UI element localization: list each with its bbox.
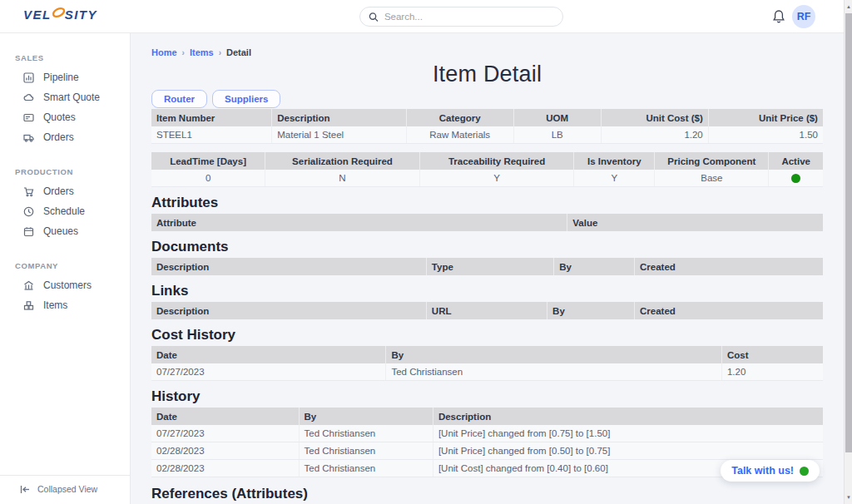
table-row: 07/27/2023Ted Christiansen[Unit Price] c… [151,425,823,442]
sidebar-item-queues[interactable]: Queues [0,221,130,241]
column-header: Category [407,109,514,126]
global-search[interactable] [359,7,563,27]
top-bar: VELSITY RF [0,0,844,33]
sidebar-item-quotes[interactable]: Quotes [0,107,130,127]
main-content: Home › Items › Detail Item Detail Router… [131,33,844,504]
sidebar-item-production-orders[interactable]: Orders [0,181,130,201]
scroll-down-arrow[interactable]: ▼ [845,492,852,502]
logo-text-left: VEL [23,7,52,22]
column-header: Type [427,258,554,275]
column-header: Value [567,214,823,231]
cart-icon [23,186,34,197]
column-header: Serialization Required [265,152,420,170]
table-row: 02/28/2023Ted Christiansen[Unit Price] c… [151,442,823,460]
sidebar-item-label: Smart Quote [43,91,100,103]
column-header: By [386,346,722,363]
column-header: Description [151,258,427,275]
documents-table-header: DescriptionTypeByCreated [151,258,823,275]
column-header: Pricing Component [655,152,769,170]
category-cell: Raw Materials [407,126,514,143]
breadcrumb: Home › Items › Detail [151,33,823,57]
cost-history-row: 07/27/2023 Ted Christiansen 1.20 [151,363,823,381]
cost-by-cell: Ted Christiansen [386,363,722,380]
sidebar-item-pipeline[interactable]: Pipeline [0,67,130,87]
leadtime-cell: 0 [151,170,265,186]
unit-cost-cell: 1.20 [602,126,709,143]
router-button[interactable]: Router [151,90,207,108]
suppliers-button[interactable]: Suppliers [212,90,280,108]
item-flags-table: LeadTime [Days]Serialization RequiredTra… [151,152,823,187]
velosity-logo[interactable]: VELSITY [23,7,97,22]
sidebar-item-sales-orders[interactable]: Orders [0,127,130,147]
calendar-icon [23,226,34,237]
item-number-cell: STEEL1 [151,126,272,143]
active-status-dot [791,174,800,183]
sidebar-item-label: Pipeline [43,72,79,83]
table-cell: 02/28/2023 [151,460,300,477]
chat-widget-button[interactable]: Talk with us! [721,460,820,482]
column-header: LeadTime [Days] [151,152,265,170]
column-header: Description [433,408,823,425]
breadcrumb-home-link[interactable]: Home [151,47,177,57]
column-header: Date [151,408,300,425]
boxes-icon [23,300,34,311]
column-header: Attribute [151,214,567,231]
table-cell: Ted Christiansen [300,442,433,459]
scrollbar-thumb[interactable] [845,13,852,452]
sidebar-item-label: Quotes [43,111,76,123]
description-cell: Material 1 Steel [272,126,406,143]
history-table-header: DateByDescription [151,408,823,425]
item-summary-table: Item NumberDescriptionCategoryUOMUnit Co… [151,109,823,144]
unit-price-cell: 1.50 [709,126,823,143]
cloud-icon [23,92,34,103]
sidebar-item-label: Orders [43,131,74,143]
scroll-up-arrow[interactable]: ▲ [845,2,852,12]
user-avatar[interactable]: RF [792,5,815,28]
column-header: UOM [514,109,602,126]
column-header: Unit Cost ($) [602,109,709,126]
truck-icon [23,132,34,143]
links-heading: Links [151,283,823,299]
clock-icon [23,206,34,217]
sidebar-item-label: Customers [43,279,92,291]
table-cell: 07/27/2023 [151,425,300,442]
sidebar-nav: SALES Pipeline Smart Quote Quotes Orders… [0,33,131,504]
quote-card-icon [23,112,34,123]
column-header: Created [635,302,823,319]
sidebar-item-customers[interactable]: Customers [0,275,130,295]
sidebar-item-label: Schedule [43,205,85,217]
column-header: Item Number [151,109,272,126]
documents-table: DescriptionTypeByCreated [151,258,823,275]
breadcrumb-items-link[interactable]: Items [190,47,214,57]
search-input[interactable] [384,12,554,22]
traceability-cell: Y [420,170,575,186]
logo-swoosh-icon [52,5,66,19]
uom-cell: LB [514,126,602,143]
pricing-component-cell: Base [655,170,769,186]
collapse-sidebar-button[interactable]: Collapsed View [0,475,130,504]
column-header: Is Inventory [574,152,655,170]
collapse-label: Collapsed View [37,484,97,494]
column-header: By [554,258,635,275]
cost-date-cell: 07/27/2023 [151,363,386,380]
column-header: Created [635,258,823,275]
chevron-right-icon: › [182,48,185,57]
sidebar-item-smart-quote[interactable]: Smart Quote [0,87,130,107]
column-header: Date [151,346,386,363]
chevron-right-icon: › [219,48,221,57]
attributes-table-header: AttributeValue [151,214,823,231]
sidebar-item-items[interactable]: Items [0,295,130,315]
is-inventory-cell: Y [574,170,655,186]
chat-label: Talk with us! [731,465,794,477]
table-cell: [Unit Price] changed from [0.50] to [0.7… [433,442,823,459]
building-icon [23,280,34,291]
sidebar-item-label: Items [43,299,67,311]
notifications-bell-icon[interactable] [771,9,786,24]
window-scrollbar[interactable]: ▲ ▼ [844,0,852,504]
cost-history-heading: Cost History [151,327,823,343]
action-buttons: Router Suppliers [151,90,823,108]
pipeline-chart-icon [23,72,34,83]
documents-heading: Documents [151,239,823,255]
chat-online-dot [800,467,809,476]
sidebar-item-schedule[interactable]: Schedule [0,201,130,221]
